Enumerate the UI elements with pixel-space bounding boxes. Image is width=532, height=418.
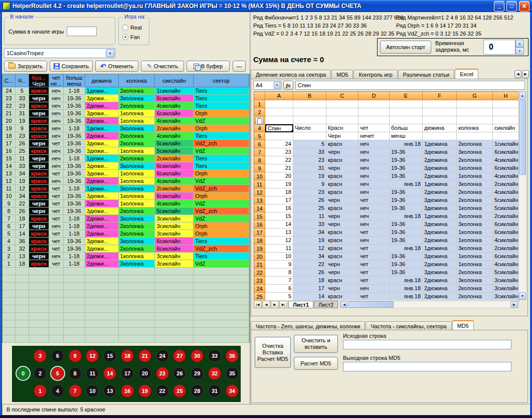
cell-D12[interactable]: неч (359, 188, 390, 196)
cell-H8[interactable]: 4сиклайн (493, 156, 519, 164)
cell-E15[interactable]: янв.18 (390, 213, 423, 221)
md5-input-field[interactable] (343, 340, 511, 349)
wheel-number-5[interactable]: 5 (51, 367, 64, 380)
cell-H17[interactable]: 6сиклайн (493, 229, 519, 237)
wheel-number-15[interactable]: 15 (103, 349, 116, 362)
column-header-A[interactable]: A (265, 92, 293, 100)
cell-E20[interactable]: 19-36 (390, 253, 423, 261)
cell-F17[interactable]: 3дюжина (423, 229, 457, 237)
row-header-17[interactable]: 17 (254, 229, 265, 237)
row-header-14[interactable]: 14 (254, 204, 265, 213)
tab-scroll-left-icon[interactable]: ◀ (514, 70, 521, 78)
grid-corner[interactable] (254, 92, 265, 100)
cell-C11[interactable]: красн (326, 180, 359, 188)
scroll-right-icon[interactable]: ▶ (510, 301, 518, 308)
cell-D11[interactable]: неч (359, 180, 390, 188)
cell-D1[interactable] (359, 100, 390, 108)
sheet-last-icon[interactable]: ▶| (279, 301, 287, 308)
cell-D6[interactable]: неч (359, 140, 390, 148)
cell-B20[interactable]: 34 (293, 253, 326, 261)
cell-B14[interactable]: 25 (293, 204, 326, 213)
cell-B19[interactable]: 12 (293, 245, 326, 253)
cell-G20[interactable]: 1колонка (457, 253, 493, 261)
clear-button[interactable]: ✎Очистить (141, 61, 184, 72)
cell-G9[interactable]: 1колонка (457, 164, 493, 172)
spinner-down-icon[interactable] (515, 47, 524, 55)
row-header-22[interactable]: 22 (254, 269, 265, 277)
wheel-number-27[interactable]: 27 (173, 349, 186, 362)
row-header-12[interactable]: 12 (254, 188, 265, 196)
md5-clear-paste-calc-button[interactable]: Очистка Вставка Расчет MD5 (255, 337, 291, 368)
cell-E13[interactable]: 19-36 (390, 196, 423, 204)
cell-D24[interactable]: неч (359, 285, 390, 293)
radio-icon[interactable] (122, 34, 128, 40)
cell-G21[interactable]: 1колонка (457, 261, 493, 269)
cell-F14[interactable]: 3дюжина (423, 204, 457, 213)
wheel-number-7[interactable]: 7 (69, 384, 82, 397)
cell-name-box[interactable]: A4 (253, 81, 281, 90)
cell-G19[interactable]: 3колонка (457, 245, 493, 253)
cell-A7[interactable]: 23 (265, 148, 293, 156)
cell-A18[interactable]: 12 (265, 237, 293, 245)
cell-B3[interactable] (293, 116, 326, 124)
cell-A6[interactable]: 24 (265, 140, 293, 148)
cell-A11[interactable]: 19 (265, 180, 293, 188)
tab-деление-колеса-на-сектора[interactable]: Деление колеса на сектора (251, 70, 331, 79)
cell-C3[interactable] (326, 116, 359, 124)
cell-E11[interactable]: янв.18 (390, 180, 423, 188)
wheel-number-30[interactable]: 30 (191, 349, 204, 362)
cell-B10[interactable]: 19 (293, 172, 326, 180)
tab-различные-статьи[interactable]: Различные статьи (398, 70, 455, 79)
cell-F4[interactable]: дюжина (423, 124, 457, 132)
row-header-23[interactable]: 23 (254, 277, 265, 285)
wheel-number-18[interactable]: 18 (121, 349, 134, 362)
cell-G16[interactable]: 3колонка (457, 221, 493, 229)
cell-B16[interactable]: 33 (293, 221, 326, 229)
cell-A13[interactable]: 17 (265, 196, 293, 204)
cell-H24[interactable]: 3сиклайн (493, 285, 519, 293)
cell-E5[interactable]: менш (390, 132, 423, 140)
cell-H23[interactable]: 3сиклайн (493, 277, 519, 285)
wheel-number-13[interactable]: 13 (103, 384, 116, 397)
cell-G7[interactable]: 3колонка (457, 148, 493, 156)
cell-F21[interactable]: 2дюжина (423, 261, 457, 269)
cell-B18[interactable]: 19 (293, 237, 326, 245)
tab-md5[interactable]: MD5 (452, 320, 474, 330)
sheet-tab-лист1[interactable]: Лист1 (288, 301, 313, 308)
cell-A4[interactable]: Спин (265, 124, 293, 132)
cell-F10[interactable]: 2дюжина (423, 172, 457, 180)
cell-F20[interactable]: 3дюжина (423, 253, 457, 261)
cell-C16[interactable]: черн (326, 221, 359, 229)
cell-C2[interactable] (326, 108, 359, 116)
cell-C12[interactable]: красн (326, 188, 359, 196)
cell-H6[interactable]: 1сиклайн (493, 140, 519, 148)
wheel-number-8[interactable]: 8 (69, 367, 82, 380)
tab-частота-zero-шансы-дюжины-колонки[interactable]: Частота - Zero, шансы, дюжины, колонки (251, 321, 365, 330)
column-header-F[interactable]: F (423, 92, 457, 100)
cell-D10[interactable]: неч (359, 172, 390, 180)
cell-D9[interactable]: неч (359, 164, 390, 172)
cell-G12[interactable]: 2колонка (457, 188, 493, 196)
delay-value[interactable]: 0 (483, 40, 515, 55)
row-header-13[interactable]: 13 (254, 196, 265, 204)
cell-G18[interactable]: 1колонка (457, 237, 493, 245)
cell-D17[interactable]: чет (359, 229, 390, 237)
cell-F25[interactable]: 2дюжина (423, 293, 457, 301)
wheel-number-17[interactable]: 17 (121, 367, 134, 380)
wheel-number-34[interactable]: 34 (226, 384, 239, 397)
cell-C24[interactable]: черн (326, 285, 359, 293)
column-header-G[interactable]: G (457, 92, 493, 100)
cell-C6[interactable]: красн (326, 140, 359, 148)
scroll-up-icon[interactable]: ▲ (519, 92, 526, 99)
paste-options-icon[interactable] (255, 117, 264, 125)
cell-B13[interactable]: 26 (293, 196, 326, 204)
cell-B4[interactable]: Число (293, 124, 326, 132)
cell-E14[interactable]: 19-36 (390, 204, 423, 213)
tab-md5[interactable]: MD5 (331, 70, 353, 79)
horizontal-scroll-thumb[interactable] (348, 301, 394, 308)
cell-G24[interactable]: 2колонка (457, 285, 493, 293)
cell-A20[interactable]: 10 (265, 253, 293, 261)
cell-H13[interactable]: 5сиклайн (493, 196, 519, 204)
cell-C10[interactable]: красн (326, 172, 359, 180)
cell-G6[interactable]: 2колонка (457, 140, 493, 148)
